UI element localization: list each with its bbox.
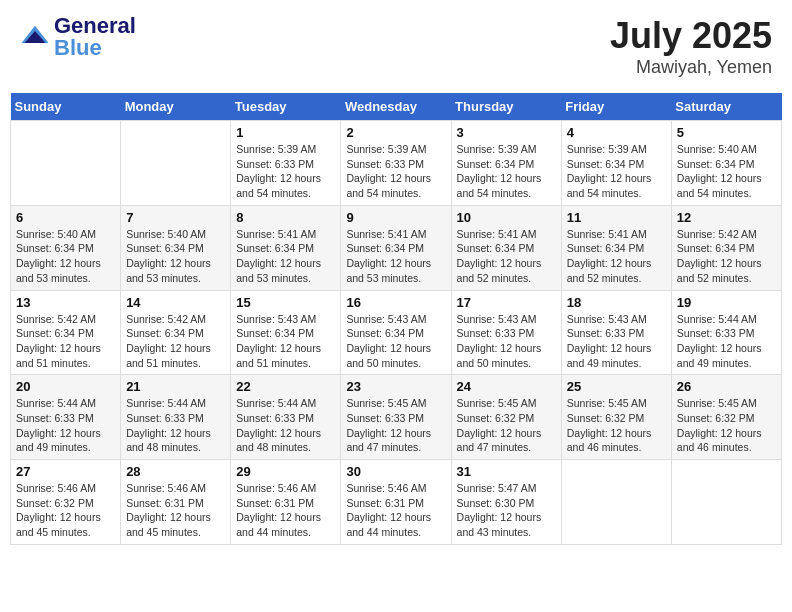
day-info: Sunrise: 5:45 AMSunset: 6:32 PMDaylight:…	[677, 396, 776, 455]
calendar-cell: 29Sunrise: 5:46 AMSunset: 6:31 PMDayligh…	[231, 460, 341, 545]
day-number: 2	[346, 125, 445, 140]
calendar-cell: 11Sunrise: 5:41 AMSunset: 6:34 PMDayligh…	[561, 205, 671, 290]
day-number: 22	[236, 379, 335, 394]
calendar-cell: 26Sunrise: 5:45 AMSunset: 6:32 PMDayligh…	[671, 375, 781, 460]
day-number: 12	[677, 210, 776, 225]
month-title: July 2025	[610, 15, 772, 57]
calendar-cell: 17Sunrise: 5:43 AMSunset: 6:33 PMDayligh…	[451, 290, 561, 375]
day-info: Sunrise: 5:40 AMSunset: 6:34 PMDaylight:…	[16, 227, 115, 286]
day-header-tuesday: Tuesday	[231, 93, 341, 121]
day-info: Sunrise: 5:46 AMSunset: 6:31 PMDaylight:…	[346, 481, 445, 540]
calendar-cell: 31Sunrise: 5:47 AMSunset: 6:30 PMDayligh…	[451, 460, 561, 545]
calendar-cell: 20Sunrise: 5:44 AMSunset: 6:33 PMDayligh…	[11, 375, 121, 460]
day-info: Sunrise: 5:46 AMSunset: 6:32 PMDaylight:…	[16, 481, 115, 540]
calendar-cell: 27Sunrise: 5:46 AMSunset: 6:32 PMDayligh…	[11, 460, 121, 545]
day-number: 1	[236, 125, 335, 140]
calendar-cell: 13Sunrise: 5:42 AMSunset: 6:34 PMDayligh…	[11, 290, 121, 375]
calendar-week-row: 6Sunrise: 5:40 AMSunset: 6:34 PMDaylight…	[11, 205, 782, 290]
title-block: July 2025 Mawiyah, Yemen	[610, 15, 772, 78]
logo: GeneralBlue	[20, 15, 136, 59]
day-number: 14	[126, 295, 225, 310]
day-info: Sunrise: 5:47 AMSunset: 6:30 PMDaylight:…	[457, 481, 556, 540]
day-info: Sunrise: 5:42 AMSunset: 6:34 PMDaylight:…	[16, 312, 115, 371]
day-number: 23	[346, 379, 445, 394]
day-info: Sunrise: 5:39 AMSunset: 6:33 PMDaylight:…	[346, 142, 445, 201]
calendar-cell: 9Sunrise: 5:41 AMSunset: 6:34 PMDaylight…	[341, 205, 451, 290]
calendar-cell: 8Sunrise: 5:41 AMSunset: 6:34 PMDaylight…	[231, 205, 341, 290]
day-info: Sunrise: 5:46 AMSunset: 6:31 PMDaylight:…	[236, 481, 335, 540]
calendar-cell: 15Sunrise: 5:43 AMSunset: 6:34 PMDayligh…	[231, 290, 341, 375]
calendar-cell: 23Sunrise: 5:45 AMSunset: 6:33 PMDayligh…	[341, 375, 451, 460]
day-info: Sunrise: 5:45 AMSunset: 6:32 PMDaylight:…	[457, 396, 556, 455]
calendar-cell: 3Sunrise: 5:39 AMSunset: 6:34 PMDaylight…	[451, 121, 561, 206]
calendar-cell: 6Sunrise: 5:40 AMSunset: 6:34 PMDaylight…	[11, 205, 121, 290]
day-number: 19	[677, 295, 776, 310]
day-number: 27	[16, 464, 115, 479]
day-info: Sunrise: 5:42 AMSunset: 6:34 PMDaylight:…	[126, 312, 225, 371]
logo-name: GeneralBlue	[54, 15, 136, 59]
day-info: Sunrise: 5:39 AMSunset: 6:33 PMDaylight:…	[236, 142, 335, 201]
day-info: Sunrise: 5:44 AMSunset: 6:33 PMDaylight:…	[126, 396, 225, 455]
day-number: 25	[567, 379, 666, 394]
day-info: Sunrise: 5:44 AMSunset: 6:33 PMDaylight:…	[16, 396, 115, 455]
day-number: 6	[16, 210, 115, 225]
day-number: 24	[457, 379, 556, 394]
calendar-cell: 28Sunrise: 5:46 AMSunset: 6:31 PMDayligh…	[121, 460, 231, 545]
day-number: 21	[126, 379, 225, 394]
day-info: Sunrise: 5:40 AMSunset: 6:34 PMDaylight:…	[677, 142, 776, 201]
day-number: 4	[567, 125, 666, 140]
calendar-cell: 10Sunrise: 5:41 AMSunset: 6:34 PMDayligh…	[451, 205, 561, 290]
page-header: GeneralBlue July 2025 Mawiyah, Yemen	[10, 10, 782, 83]
day-number: 28	[126, 464, 225, 479]
day-info: Sunrise: 5:43 AMSunset: 6:34 PMDaylight:…	[236, 312, 335, 371]
day-number: 3	[457, 125, 556, 140]
day-info: Sunrise: 5:41 AMSunset: 6:34 PMDaylight:…	[346, 227, 445, 286]
day-info: Sunrise: 5:40 AMSunset: 6:34 PMDaylight:…	[126, 227, 225, 286]
day-header-sunday: Sunday	[11, 93, 121, 121]
calendar-cell	[671, 460, 781, 545]
calendar-cell: 25Sunrise: 5:45 AMSunset: 6:32 PMDayligh…	[561, 375, 671, 460]
day-number: 11	[567, 210, 666, 225]
day-number: 7	[126, 210, 225, 225]
day-header-friday: Friday	[561, 93, 671, 121]
day-header-saturday: Saturday	[671, 93, 781, 121]
calendar-week-row: 20Sunrise: 5:44 AMSunset: 6:33 PMDayligh…	[11, 375, 782, 460]
calendar-cell: 4Sunrise: 5:39 AMSunset: 6:34 PMDaylight…	[561, 121, 671, 206]
logo-icon	[20, 22, 50, 52]
calendar-cell: 18Sunrise: 5:43 AMSunset: 6:33 PMDayligh…	[561, 290, 671, 375]
day-number: 18	[567, 295, 666, 310]
day-number: 29	[236, 464, 335, 479]
calendar-week-row: 1Sunrise: 5:39 AMSunset: 6:33 PMDaylight…	[11, 121, 782, 206]
calendar-cell: 5Sunrise: 5:40 AMSunset: 6:34 PMDaylight…	[671, 121, 781, 206]
day-info: Sunrise: 5:44 AMSunset: 6:33 PMDaylight:…	[236, 396, 335, 455]
day-number: 30	[346, 464, 445, 479]
day-info: Sunrise: 5:44 AMSunset: 6:33 PMDaylight:…	[677, 312, 776, 371]
day-number: 26	[677, 379, 776, 394]
calendar-cell	[561, 460, 671, 545]
day-info: Sunrise: 5:43 AMSunset: 6:33 PMDaylight:…	[457, 312, 556, 371]
day-number: 15	[236, 295, 335, 310]
day-info: Sunrise: 5:42 AMSunset: 6:34 PMDaylight:…	[677, 227, 776, 286]
calendar-cell: 19Sunrise: 5:44 AMSunset: 6:33 PMDayligh…	[671, 290, 781, 375]
calendar-header-row: SundayMondayTuesdayWednesdayThursdayFrid…	[11, 93, 782, 121]
calendar-cell: 22Sunrise: 5:44 AMSunset: 6:33 PMDayligh…	[231, 375, 341, 460]
day-info: Sunrise: 5:41 AMSunset: 6:34 PMDaylight:…	[236, 227, 335, 286]
location-title: Mawiyah, Yemen	[610, 57, 772, 78]
calendar-cell: 12Sunrise: 5:42 AMSunset: 6:34 PMDayligh…	[671, 205, 781, 290]
calendar-cell: 16Sunrise: 5:43 AMSunset: 6:34 PMDayligh…	[341, 290, 451, 375]
calendar-cell: 21Sunrise: 5:44 AMSunset: 6:33 PMDayligh…	[121, 375, 231, 460]
day-number: 17	[457, 295, 556, 310]
day-header-wednesday: Wednesday	[341, 93, 451, 121]
calendar-cell: 24Sunrise: 5:45 AMSunset: 6:32 PMDayligh…	[451, 375, 561, 460]
calendar-cell	[121, 121, 231, 206]
day-number: 8	[236, 210, 335, 225]
day-number: 9	[346, 210, 445, 225]
calendar-cell: 1Sunrise: 5:39 AMSunset: 6:33 PMDaylight…	[231, 121, 341, 206]
day-info: Sunrise: 5:41 AMSunset: 6:34 PMDaylight:…	[457, 227, 556, 286]
day-info: Sunrise: 5:46 AMSunset: 6:31 PMDaylight:…	[126, 481, 225, 540]
day-info: Sunrise: 5:43 AMSunset: 6:33 PMDaylight:…	[567, 312, 666, 371]
day-info: Sunrise: 5:39 AMSunset: 6:34 PMDaylight:…	[567, 142, 666, 201]
day-number: 5	[677, 125, 776, 140]
calendar-cell	[11, 121, 121, 206]
day-header-thursday: Thursday	[451, 93, 561, 121]
